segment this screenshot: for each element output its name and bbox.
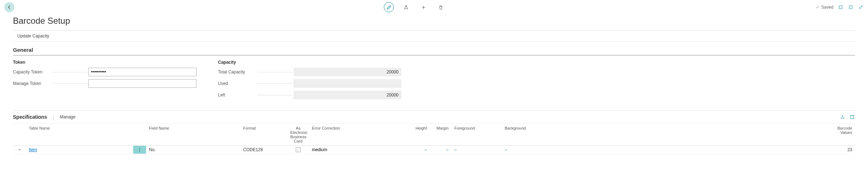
spec-title: Specifications [13,114,47,120]
col-table-name[interactable]: Table Name [26,124,133,145]
col-error-correction[interactable]: Error Correction [309,124,387,145]
used-value [294,79,401,88]
window-pop-icon[interactable] [838,4,844,10]
col-background[interactable]: Background [502,124,552,145]
col-barcode-values[interactable]: Barcode Values [823,124,855,145]
total-capacity-label: Total Capacity [218,69,247,75]
svg-rect-2 [850,115,854,118]
used-label: Used [218,81,230,86]
svg-point-3 [139,148,140,149]
section-general-header: General [13,42,855,55]
spec-manage-action[interactable]: Manage [60,114,75,119]
total-capacity-value: 20000 [294,68,401,76]
col-field-name[interactable]: Field Name [146,124,240,145]
left-value: 20000 [294,91,401,99]
capacity-group-label: Capacity [218,60,401,65]
row-barcode-values[interactable]: 23 [823,146,855,154]
edit-button[interactable] [384,2,394,12]
spec-expand-icon[interactable] [849,114,855,120]
col-format[interactable]: Format [240,124,287,145]
row-error-correction-input[interactable] [312,147,384,152]
row-field-name[interactable]: No. [146,146,240,154]
row-business-card-checkbox[interactable] [296,147,301,152]
svg-rect-0 [839,6,842,9]
delete-button[interactable] [436,2,446,12]
left-label: Left [218,92,227,98]
svg-point-5 [139,151,140,152]
spec-grid-header: Table Name Field Name Format As Electron… [13,123,855,146]
saved-indicator: Saved [815,5,833,10]
col-foreground[interactable]: Foreground [451,124,502,145]
col-height[interactable]: Height [387,124,430,145]
page-title: Barcode Setup [0,14,868,30]
new-button[interactable] [418,2,428,12]
capacity-token-label: Capacity Token [13,69,45,75]
table-row[interactable]: Item No. CODE128 – – – – 23 [13,146,855,154]
row-table-name[interactable]: Item [29,147,37,152]
window-pop2-icon[interactable] [848,4,854,10]
collapse-icon[interactable] [858,4,864,10]
manage-token-input[interactable] [88,79,196,88]
row-margin[interactable]: – [446,147,449,152]
row-background[interactable]: – [505,147,507,152]
col-business-card[interactable]: As Electronic Business Card [287,124,309,145]
row-select-arrow-icon[interactable] [13,146,26,154]
svg-point-4 [139,149,140,150]
token-group-label: Token [13,60,196,65]
row-menu-button[interactable] [133,146,146,154]
update-capacity-action[interactable]: Update Capacity [17,33,49,39]
col-margin[interactable]: Margin [430,124,451,145]
spec-share-icon[interactable] [840,114,846,120]
row-format[interactable]: CODE128 [240,146,287,154]
row-foreground[interactable]: – [454,147,457,152]
back-button[interactable] [4,2,14,12]
saved-label: Saved [821,5,833,10]
share-button[interactable] [401,2,411,12]
manage-token-label: Manage Token [13,81,44,86]
row-height[interactable]: – [424,147,427,152]
svg-rect-1 [849,6,852,9]
capacity-token-input[interactable] [88,68,196,76]
